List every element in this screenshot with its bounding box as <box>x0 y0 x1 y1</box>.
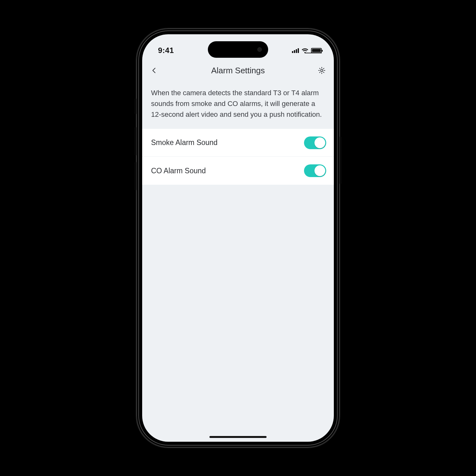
home-indicator[interactable] <box>209 436 267 438</box>
phone-frame: 9:41 <box>136 29 340 447</box>
volume-up-button[interactable] <box>135 127 136 155</box>
stage: 9:41 <box>0 0 476 476</box>
toggle-co-alarm[interactable] <box>304 164 326 177</box>
settings-list: Smoke Alarm Sound CO Alarm Sound <box>142 129 334 185</box>
power-button[interactable] <box>340 136 341 184</box>
toggle-smoke-alarm[interactable] <box>304 136 326 149</box>
chevron-left-icon <box>151 67 158 74</box>
page-title: Alarm Settings <box>211 66 265 76</box>
row-label: Smoke Alarm Sound <box>151 138 218 147</box>
row-smoke-alarm: Smoke Alarm Sound <box>142 129 334 157</box>
mute-switch[interactable] <box>135 98 136 114</box>
nav-bar: Alarm Settings <box>142 62 334 79</box>
volume-down-button[interactable] <box>135 162 136 190</box>
content: When the camera detects the standard T3 … <box>142 82 334 442</box>
gear-icon <box>318 66 326 75</box>
row-label: CO Alarm Sound <box>151 167 206 175</box>
battery-icon <box>311 48 322 53</box>
back-button[interactable] <box>149 65 159 76</box>
description-text: When the camera detects the standard T3 … <box>142 82 334 129</box>
dynamic-island <box>208 41 268 58</box>
settings-button[interactable] <box>317 65 327 76</box>
wifi-icon <box>301 48 308 53</box>
status-underline <box>305 53 322 53</box>
status-time: 9:41 <box>158 46 174 55</box>
row-co-alarm: CO Alarm Sound <box>142 157 334 185</box>
cellular-signal-icon <box>292 48 299 53</box>
svg-point-0 <box>321 69 323 72</box>
status-indicators <box>292 48 322 53</box>
toggle-knob <box>314 165 325 176</box>
screen: 9:41 <box>142 34 334 442</box>
toggle-knob <box>314 137 325 148</box>
camera-dot-icon <box>257 47 262 52</box>
